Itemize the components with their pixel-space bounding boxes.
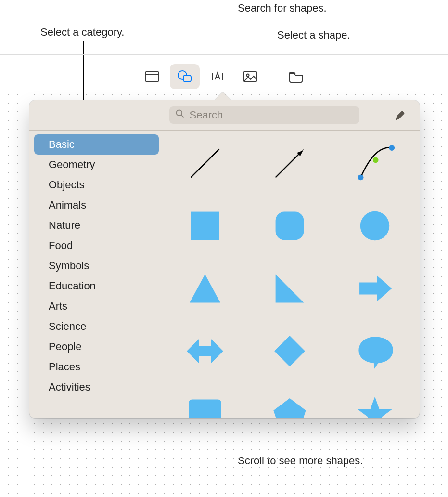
svg-line-8 xyxy=(181,115,183,118)
callout-category: Select a category. xyxy=(40,26,124,39)
callout-search: Search for shapes. xyxy=(238,2,327,14)
search-placeholder: Search xyxy=(190,109,223,121)
svg-line-9 xyxy=(191,149,219,178)
shape-star[interactable] xyxy=(348,390,401,418)
category-geometry[interactable]: Geometry xyxy=(34,155,159,175)
category-symbols[interactable]: Symbols xyxy=(34,256,159,276)
toolbar xyxy=(0,60,448,93)
svg-marker-22 xyxy=(274,336,305,366)
category-sidebar: Basic Geometry Objects Animals Nature Fo… xyxy=(29,131,164,418)
toolbar-separator xyxy=(274,67,274,86)
toolbar-button-folder[interactable] xyxy=(281,64,311,89)
svg-marker-18 xyxy=(190,275,220,303)
category-science[interactable]: Science xyxy=(34,316,159,337)
shape-arrow-right[interactable] xyxy=(348,264,401,313)
shape-speech-bubble-rect[interactable] xyxy=(179,390,231,418)
shapes-popover: Search Basic Geometry Objects Animals Na… xyxy=(29,100,420,418)
category-activities[interactable]: Activities xyxy=(34,377,159,397)
shape-circle[interactable] xyxy=(348,202,401,250)
svg-point-14 xyxy=(389,145,395,151)
category-basic[interactable]: Basic xyxy=(34,134,159,155)
shape-pentagon[interactable] xyxy=(263,390,316,418)
window-divider xyxy=(0,54,448,55)
svg-point-6 xyxy=(247,74,249,77)
category-objects[interactable]: Objects xyxy=(34,175,159,195)
search-icon xyxy=(175,109,185,121)
shape-double-arrow[interactable] xyxy=(179,327,231,375)
category-food[interactable]: Food xyxy=(34,235,159,256)
svg-marker-23 xyxy=(274,398,306,418)
svg-rect-0 xyxy=(145,71,159,82)
category-nature[interactable]: Nature xyxy=(34,215,159,235)
svg-rect-4 xyxy=(183,75,191,82)
shape-curve[interactable] xyxy=(348,139,401,187)
shape-triangle[interactable] xyxy=(179,264,231,313)
svg-marker-24 xyxy=(357,397,393,418)
category-education[interactable]: Education xyxy=(34,276,159,296)
category-animals[interactable]: Animals xyxy=(34,195,159,215)
svg-point-13 xyxy=(372,157,378,163)
category-people[interactable]: People xyxy=(34,337,159,357)
category-places[interactable]: Places xyxy=(34,357,159,377)
svg-marker-20 xyxy=(359,275,392,301)
pen-tool-button[interactable] xyxy=(392,107,409,124)
category-arts[interactable]: Arts xyxy=(34,296,159,316)
shapes-grid xyxy=(164,131,420,418)
toolbar-button-table[interactable] xyxy=(137,64,167,89)
shape-rounded-square[interactable] xyxy=(263,202,316,250)
svg-point-17 xyxy=(360,211,389,240)
shape-right-triangle[interactable] xyxy=(263,264,316,313)
shape-square[interactable] xyxy=(179,202,231,250)
toolbar-button-image[interactable] xyxy=(235,64,265,89)
svg-point-7 xyxy=(176,110,182,116)
toolbar-button-textbox[interactable] xyxy=(203,64,232,89)
svg-marker-21 xyxy=(187,339,223,363)
svg-point-12 xyxy=(358,175,363,181)
svg-marker-19 xyxy=(276,275,304,303)
svg-line-10 xyxy=(276,151,302,178)
svg-rect-15 xyxy=(191,212,219,240)
shape-arrow-line[interactable] xyxy=(263,139,316,187)
svg-rect-16 xyxy=(276,212,304,240)
search-input[interactable]: Search xyxy=(169,106,359,124)
callout-shape: Select a shape. xyxy=(277,29,350,41)
toolbar-button-shapes[interactable] xyxy=(170,64,200,89)
shape-speech-bubble-oval[interactable] xyxy=(348,327,401,375)
shape-diamond[interactable] xyxy=(263,327,316,375)
shape-line[interactable] xyxy=(179,139,231,187)
